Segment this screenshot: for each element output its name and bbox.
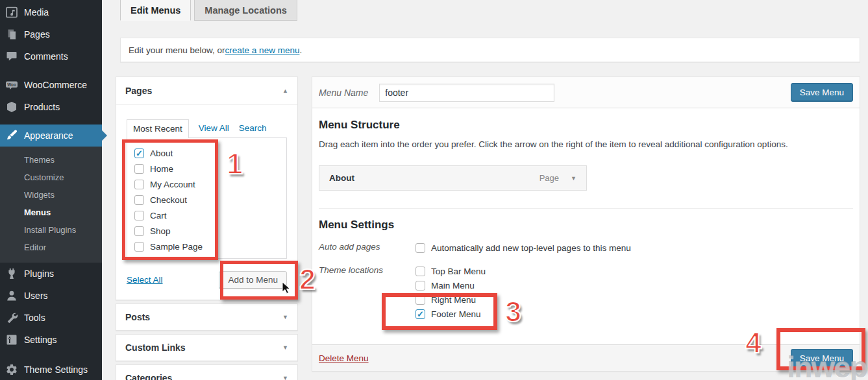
sidebar-item-products[interactable]: Products	[0, 96, 102, 118]
checkbox-main-menu[interactable]: ✓	[415, 281, 425, 291]
comments-icon	[5, 50, 18, 63]
plugins-icon	[5, 267, 18, 280]
tab-most-recent[interactable]: Most Recent	[127, 119, 189, 138]
divider	[319, 208, 853, 209]
menu-editor-panel: Menu Name Save Menu Menu Structure Drag …	[312, 77, 860, 372]
submenu-item-customize[interactable]: Customize	[0, 169, 102, 186]
sidebar-item-label: Plugins	[24, 268, 54, 279]
sidebar-item-appearance[interactable]: Appearance	[0, 125, 102, 147]
sidebar-item-pages[interactable]: Pages	[0, 23, 102, 45]
tab-edit-menus[interactable]: Edit Menus	[120, 0, 191, 21]
wordpress-menus-screen: Media Pages Comments Woo WooCommerce Pro…	[0, 0, 868, 380]
sidebar-item-media[interactable]: Media	[0, 1, 102, 23]
sidebar-item-label: WooCommerce	[24, 80, 87, 90]
menu-name-label: Menu Name	[319, 88, 368, 98]
sidebar-item-label: Comments	[24, 51, 68, 62]
location-label: Main Menu	[431, 281, 475, 291]
save-menu-button-bottom[interactable]: Save Menu	[791, 349, 853, 368]
submenu-item-editor[interactable]: Editor	[0, 239, 102, 256]
checkbox-shop[interactable]: ✓	[134, 226, 144, 236]
users-icon	[5, 289, 18, 302]
pages-postbox-header[interactable]: Pages ▲	[116, 77, 297, 105]
submenu-item-widgets[interactable]: Widgets	[0, 186, 102, 204]
auto-add-text: Automatically add new top-level pages to…	[431, 243, 631, 253]
menu-name-input[interactable]	[379, 84, 554, 102]
collapse-down-icon[interactable]: ▼	[282, 314, 288, 320]
appearance-submenu: Themes Customize Widgets Menus Install P…	[0, 147, 102, 263]
checkbox-my-account[interactable]: ✓	[134, 180, 144, 189]
sidebar-item-comments[interactable]: Comments	[0, 45, 102, 67]
posts-postbox[interactable]: Posts ▼	[116, 303, 298, 331]
custom-links-postbox[interactable]: Custom Links ▼	[116, 334, 298, 361]
add-to-menu-button[interactable]: Add to Menu	[219, 271, 287, 289]
create-new-menu-link[interactable]: create a new menu	[225, 45, 300, 55]
location-label: Footer Menu	[431, 309, 481, 319]
location-option: ✓ Main Menu	[415, 278, 486, 292]
categories-postbox[interactable]: Categories ▼	[116, 364, 298, 380]
notice-suffix: .	[299, 45, 302, 55]
notice-text: Edit your menu below, or	[129, 45, 225, 55]
menu-settings-heading: Menu Settings	[319, 219, 853, 232]
checkbox-home[interactable]: ✓	[134, 164, 144, 174]
menu-item-about[interactable]: About Page ▼	[319, 165, 587, 191]
sidebar-item-tools[interactable]: Tools	[0, 307, 102, 329]
page-item-label: Checkout	[150, 195, 187, 205]
checkbox-checkout[interactable]: ✓	[134, 195, 144, 205]
check-icon: ✓	[136, 149, 143, 158]
select-all-link[interactable]: Select All	[127, 275, 163, 285]
publishing-actions-bar: Delete Menu Save Menu	[312, 344, 860, 371]
checkbox-footer-menu[interactable]: ✓	[415, 309, 425, 319]
location-label: Top Bar Menu	[431, 267, 486, 276]
edit-menu-notice: Edit your menu below, or create a new me…	[120, 38, 860, 62]
menu-item-expand-icon[interactable]: ▼	[571, 175, 577, 182]
save-menu-button-top[interactable]: Save Menu	[791, 83, 853, 102]
menu-structure-heading: Menu Structure	[319, 119, 853, 132]
checkbox-top-bar-menu[interactable]: ✓	[415, 267, 425, 276]
pages-icon	[5, 28, 18, 41]
checkbox-auto-add[interactable]: ✓	[415, 243, 425, 253]
page-checkbox-item: ✓ About	[134, 145, 286, 161]
checkbox-about[interactable]: ✓	[134, 148, 144, 158]
tools-icon	[5, 311, 18, 324]
menu-structure-help: Drag each item into the order you prefer…	[319, 139, 853, 149]
collapse-up-icon[interactable]: ▲	[282, 88, 288, 94]
page-checkbox-item: ✓ Home	[134, 161, 286, 176]
sidebar-item-theme-settings[interactable]: Theme Settings	[0, 359, 102, 380]
page-item-label: Sample Page	[150, 242, 203, 252]
checkbox-cart[interactable]: ✓	[134, 211, 144, 220]
submenu-item-menus[interactable]: Menus	[0, 204, 102, 221]
checkbox-right-menu[interactable]: ✓	[415, 295, 425, 305]
submenu-item-install-plugins[interactable]: Install Plugins	[0, 221, 102, 239]
sidebar-item-users[interactable]: Users	[0, 285, 102, 307]
theme-locations-row: Theme locations ✓ Top Bar Menu ✓ Main Me…	[319, 264, 853, 321]
sidebar-item-settings[interactable]: Settings	[0, 329, 102, 351]
auto-add-row: Auto add pages ✓ Automatically add new t…	[319, 241, 853, 255]
sidebar-separator	[0, 351, 102, 359]
theme-locations-label: Theme locations	[319, 264, 415, 321]
sidebar-item-label: Settings	[24, 335, 57, 345]
page-checkbox-item: ✓ My Account	[134, 176, 286, 192]
location-label: Right Menu	[431, 295, 476, 305]
page-item-label: Shop	[150, 226, 171, 236]
tab-view-all[interactable]: View All	[199, 123, 229, 137]
tab-search[interactable]: Search	[239, 123, 267, 137]
screen-tabs: Edit Menus Manage Locations	[120, 0, 297, 21]
location-option: ✓ Footer Menu	[415, 307, 486, 321]
submenu-item-themes[interactable]: Themes	[0, 151, 102, 169]
sidebar-item-plugins[interactable]: Plugins	[0, 263, 102, 285]
collapse-down-icon[interactable]: ▼	[282, 375, 288, 380]
pages-actions-row: Select All Add to Menu	[127, 270, 287, 289]
settings-icon	[5, 333, 18, 346]
sidebar-item-label: Products	[24, 102, 60, 112]
sidebar-item-label: Theme Settings	[24, 364, 88, 375]
tab-manage-locations[interactable]: Manage Locations	[194, 0, 297, 21]
delete-menu-link[interactable]: Delete Menu	[319, 353, 369, 363]
checkbox-sample-page[interactable]: ✓	[134, 242, 144, 252]
page-checkbox-item: ✓ Cart	[134, 208, 286, 223]
sidebar-item-label: Appearance	[24, 130, 73, 141]
svg-text:Woo: Woo	[7, 82, 16, 87]
sidebar-item-woocommerce[interactable]: Woo WooCommerce	[0, 74, 102, 96]
collapse-down-icon[interactable]: ▼	[282, 344, 288, 351]
pages-filter-tabs: Most Recent View All Search	[127, 119, 287, 137]
sidebar-separator	[0, 118, 102, 125]
